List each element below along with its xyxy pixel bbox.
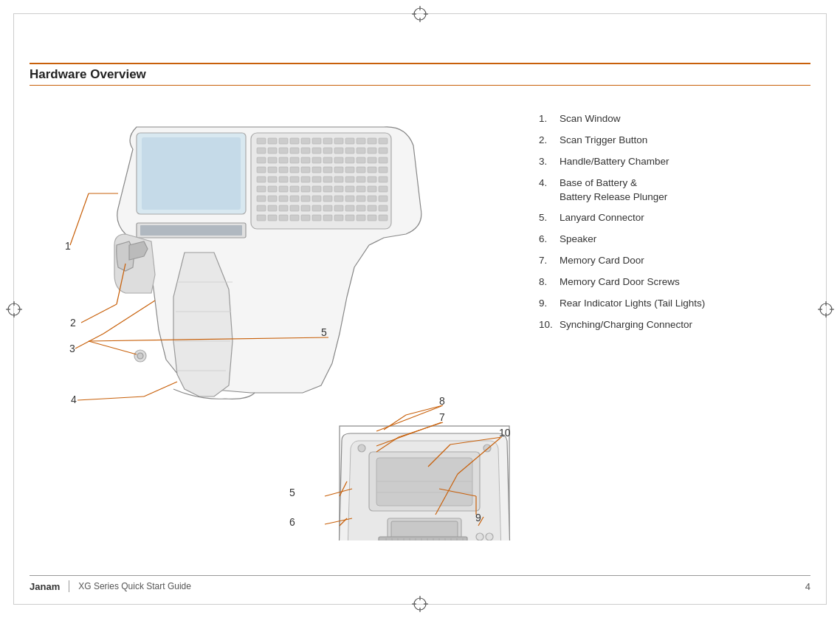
- svg-point-165: [476, 533, 483, 540]
- svg-rect-24: [290, 138, 299, 144]
- svg-rect-35: [279, 148, 288, 154]
- list-item: 7.Memory Card Door: [539, 254, 810, 268]
- list-item: 2.Scan Trigger Button: [539, 134, 810, 148]
- svg-rect-76: [334, 176, 343, 182]
- svg-rect-32: [379, 138, 388, 144]
- svg-rect-128: [379, 215, 388, 221]
- svg-rect-54: [357, 157, 365, 163]
- svg-rect-87: [323, 186, 332, 192]
- svg-rect-115: [368, 205, 376, 211]
- svg-rect-113: [345, 205, 354, 211]
- svg-rect-96: [290, 196, 299, 202]
- svg-rect-68: [379, 167, 388, 173]
- item-number: 9.: [539, 297, 560, 311]
- list-item: 9.Rear Indicator Lights (Tail Lights): [539, 297, 810, 311]
- svg-rect-95: [279, 196, 288, 202]
- svg-line-170: [81, 304, 117, 323]
- list-area: 1.Scan Window2.Scan Trigger Button3.Hand…: [517, 105, 810, 548]
- svg-rect-30: [357, 138, 365, 144]
- svg-rect-65: [345, 167, 354, 173]
- svg-rect-48: [290, 157, 299, 163]
- svg-rect-110: [312, 205, 321, 211]
- svg-rect-116: [379, 205, 388, 211]
- svg-line-171: [103, 301, 155, 334]
- item-text: Scan Trigger Button: [560, 134, 810, 148]
- header-rule-top: [30, 63, 810, 64]
- svg-rect-64: [334, 167, 343, 173]
- svg-rect-101: [345, 196, 354, 202]
- footer-separator: [69, 580, 69, 592]
- label-4: 4: [71, 394, 77, 405]
- svg-rect-97: [301, 196, 310, 202]
- svg-rect-119: [279, 215, 288, 221]
- svg-rect-52: [334, 157, 343, 163]
- svg-rect-106: [268, 205, 277, 211]
- item-number: 10.: [539, 318, 560, 332]
- label-6: 6: [289, 516, 295, 528]
- item-number: 6.: [539, 233, 560, 247]
- svg-rect-84: [290, 186, 299, 192]
- svg-rect-120: [290, 215, 299, 221]
- svg-rect-114: [357, 205, 365, 211]
- list-item: 4.Base of Battery &Battery Release Plung…: [539, 176, 810, 205]
- svg-rect-69: [257, 176, 266, 182]
- svg-rect-57: [257, 167, 266, 173]
- footer: Janam XG Series Quick Start Guide 4: [30, 575, 810, 592]
- svg-point-166: [486, 533, 493, 540]
- svg-rect-51: [323, 157, 332, 163]
- item-text: Speaker: [560, 233, 810, 247]
- svg-rect-45: [257, 157, 266, 163]
- label-7: 7: [439, 411, 445, 423]
- crosshair-left: [6, 301, 22, 317]
- item-text: Scan Window: [560, 112, 810, 126]
- svg-rect-82: [268, 186, 277, 192]
- svg-rect-41: [345, 148, 354, 154]
- svg-rect-104: [379, 196, 388, 202]
- svg-rect-121: [301, 215, 310, 221]
- svg-rect-99: [323, 196, 332, 202]
- svg-rect-105: [257, 205, 266, 211]
- svg-rect-75: [323, 176, 332, 182]
- list-item: 3.Handle/Battery Chamber: [539, 155, 810, 169]
- svg-rect-56: [379, 157, 388, 163]
- list-item: 5.Lanyard Connector: [539, 211, 810, 225]
- svg-rect-122: [312, 215, 321, 221]
- svg-rect-124: [334, 215, 343, 221]
- svg-rect-100: [334, 196, 343, 202]
- svg-rect-22: [268, 138, 277, 144]
- svg-rect-26: [312, 138, 321, 144]
- svg-rect-109: [301, 205, 310, 211]
- svg-line-182: [406, 405, 443, 415]
- item-number: 3.: [539, 155, 560, 169]
- label-8: 8: [439, 395, 445, 407]
- diagram-area: 1 2 3 4 5 5 6 7 8 9 10: [30, 105, 517, 548]
- content-area: Hardware Overview: [30, 22, 810, 596]
- svg-rect-89: [345, 186, 354, 192]
- list-item: 10.Synching/Charging Connector: [539, 318, 810, 332]
- item-text: Memory Card Door: [560, 254, 810, 268]
- svg-rect-37: [301, 148, 310, 154]
- label-2: 2: [70, 317, 76, 329]
- label-1: 1: [65, 240, 71, 252]
- svg-rect-59: [279, 167, 288, 173]
- svg-rect-93: [257, 196, 266, 202]
- item-number: 2.: [539, 134, 560, 148]
- svg-rect-83: [279, 186, 288, 192]
- svg-rect-49: [301, 157, 310, 163]
- svg-rect-123: [323, 215, 332, 221]
- svg-point-138: [137, 353, 143, 359]
- crosshair-bottom: [412, 596, 428, 612]
- svg-rect-50: [312, 157, 321, 163]
- svg-rect-77: [345, 176, 354, 182]
- svg-rect-80: [379, 176, 388, 182]
- svg-rect-88: [334, 186, 343, 192]
- svg-rect-61: [301, 167, 310, 173]
- svg-rect-39: [323, 148, 332, 154]
- svg-rect-43: [368, 148, 376, 154]
- svg-rect-130: [142, 137, 241, 210]
- svg-rect-107: [279, 205, 288, 211]
- svg-rect-46: [268, 157, 277, 163]
- svg-rect-118: [268, 215, 277, 221]
- svg-rect-74: [312, 176, 321, 182]
- svg-line-174: [78, 396, 144, 400]
